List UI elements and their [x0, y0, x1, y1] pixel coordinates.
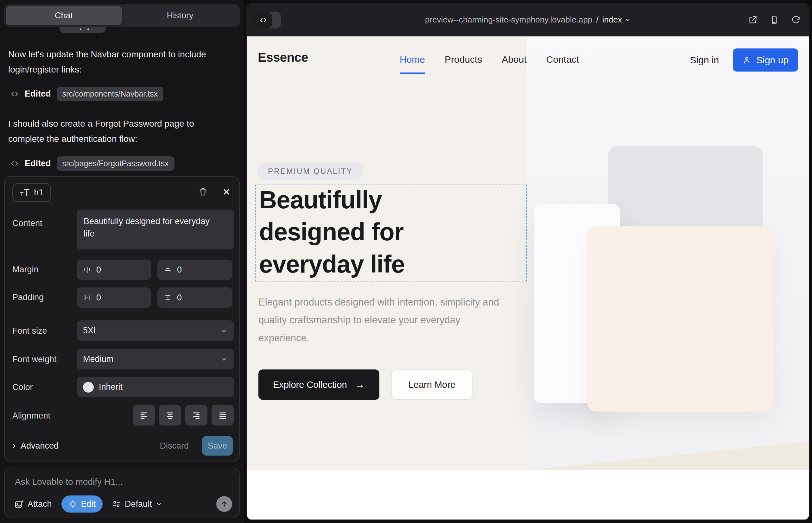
- hero-cta-row: Explore Collection → Learn More: [259, 369, 473, 400]
- padding-vertical-icon: [164, 293, 172, 302]
- edit-mode-button[interactable]: Edit: [61, 495, 103, 512]
- editor-footer: › Advanced Discard Save: [12, 436, 233, 455]
- color-select[interactable]: Inherit: [77, 377, 234, 397]
- align-center-icon: [165, 411, 175, 420]
- site-logo[interactable]: Essence: [258, 50, 308, 65]
- external-link-icon: [748, 15, 758, 25]
- sliders-icon: [112, 500, 121, 508]
- discard-button[interactable]: Discard: [158, 441, 191, 451]
- arrow-right-icon: →: [355, 379, 365, 390]
- nav-link-home[interactable]: Home: [400, 54, 425, 65]
- edited-file-row: Edited src/pages/ForgotPassword.tsx: [10, 157, 230, 170]
- mode-selector[interactable]: Default: [112, 499, 162, 509]
- align-left-icon: [139, 411, 148, 420]
- tab-history[interactable]: History: [122, 6, 238, 25]
- element-editor-panel: TT h1 ✕ Content Beautifully designed for…: [4, 176, 240, 462]
- font-weight-select[interactable]: Medium: [77, 349, 234, 369]
- sign-up-button[interactable]: Sign up: [733, 49, 798, 72]
- nav-link-about[interactable]: About: [502, 54, 526, 65]
- attach-image-icon: [14, 499, 24, 509]
- site-viewport: Essence Home Products About Contact Sign…: [247, 36, 809, 520]
- content-input[interactable]: Beautifully designed for everyday life: [77, 210, 234, 250]
- align-center-button[interactable]: [159, 405, 181, 426]
- element-tag-label: h1: [34, 188, 43, 198]
- align-right-button[interactable]: [185, 405, 208, 426]
- refresh-icon: [791, 15, 800, 25]
- align-left-button[interactable]: [133, 405, 155, 426]
- edited-label: Edited: [25, 159, 51, 168]
- page-selector[interactable]: index: [602, 15, 631, 25]
- send-button[interactable]: [216, 496, 232, 512]
- refresh-button[interactable]: [791, 15, 800, 25]
- site-auth-actions: Sign in Sign up: [690, 49, 798, 72]
- padding-field-label: Padding: [12, 292, 44, 302]
- file-path-badge[interactable]: src/pages/ForgotPassword.tsx: [57, 157, 175, 170]
- alignment-field-label: Alignment: [12, 411, 50, 421]
- chevron-right-icon: ›: [12, 440, 16, 450]
- url-separator: /: [596, 15, 599, 25]
- padding-vertical-input[interactable]: 0: [157, 287, 232, 308]
- preview-url-bar: preview--charming-site-symphony.lovable.…: [246, 3, 810, 36]
- preview-url: preview--charming-site-symphony.lovable.…: [425, 15, 592, 25]
- file-path-badge[interactable]: src/components/Navbar.tsx: [57, 87, 164, 101]
- code-brackets-icon: [259, 16, 267, 24]
- composer-toolbar: Attach Edit Default: [14, 495, 232, 512]
- section-below-hero: [247, 470, 809, 520]
- margin-horizontal-input[interactable]: 0: [77, 259, 151, 280]
- chevron-down-icon: [220, 356, 228, 363]
- typography-icon: TT: [20, 188, 30, 197]
- trash-icon: [198, 187, 208, 197]
- tab-chat[interactable]: Chat: [6, 6, 122, 25]
- sign-in-link[interactable]: Sign in: [690, 55, 719, 66]
- align-right-icon: [192, 411, 201, 420]
- color-swatch-transparent: [83, 382, 94, 393]
- font-size-field-label: Font size: [12, 326, 47, 336]
- smartphone-icon: [770, 15, 779, 25]
- font-size-select[interactable]: 5XL: [77, 320, 234, 341]
- color-field-label: Color: [12, 382, 33, 392]
- hero-decor-card-cream: [587, 227, 773, 412]
- chat-message: Now let's update the Navbar component to…: [8, 47, 224, 77]
- margin-vertical-input[interactable]: 0: [157, 259, 232, 280]
- preview-window: preview--charming-site-symphony.lovable.…: [246, 3, 810, 520]
- open-in-new-tab-button[interactable]: [748, 15, 758, 25]
- target-icon: [68, 500, 77, 508]
- content-field-label: Content: [12, 218, 42, 228]
- chevron-down-icon: [220, 327, 228, 335]
- close-editor-button[interactable]: ✕: [219, 185, 233, 199]
- chat-history-tabs: Chat History: [4, 4, 240, 26]
- code-preview-toggle[interactable]: [254, 12, 281, 29]
- mobile-view-button[interactable]: [770, 15, 779, 25]
- code-toggle-segment[interactable]: [254, 12, 272, 29]
- chat-message-list: Now let's update the Navbar component to…: [8, 38, 230, 186]
- selected-element-tag[interactable]: TT h1: [12, 183, 51, 202]
- explore-collection-button[interactable]: Explore Collection →: [259, 369, 379, 400]
- scrolled-message-peek: [59, 26, 106, 33]
- lovable-app: Chat History Now let's update the Navbar…: [0, 0, 812, 523]
- chat-message: I should also create a Forgot Password p…: [8, 116, 224, 147]
- edited-file-row: Edited src/components/Navbar.tsx: [10, 87, 230, 101]
- padding-horizontal-input[interactable]: 0: [77, 287, 151, 308]
- delete-element-button[interactable]: [196, 185, 210, 199]
- advanced-toggle[interactable]: › Advanced: [12, 441, 58, 451]
- learn-more-button[interactable]: Learn More: [391, 369, 473, 400]
- code-icon: [10, 90, 19, 98]
- code-icon: [10, 159, 19, 168]
- composer-input[interactable]: [14, 476, 218, 487]
- margin-vertical-icon: [164, 266, 172, 274]
- arrow-up-icon: [220, 500, 228, 508]
- font-weight-field-label: Font weight: [12, 355, 57, 364]
- site-nav-links: Home Products About Contact: [400, 54, 579, 65]
- attach-button[interactable]: Attach: [14, 499, 52, 509]
- nav-link-contact[interactable]: Contact: [546, 54, 579, 65]
- left-panel: Chat History Now let's update the Navbar…: [0, 0, 244, 523]
- hero-heading[interactable]: Beautifully designed for everyday life: [259, 184, 462, 280]
- advanced-label: Advanced: [21, 441, 58, 451]
- nav-link-products[interactable]: Products: [445, 54, 482, 65]
- margin-horizontal-icon: [83, 266, 91, 274]
- align-justify-button[interactable]: [212, 405, 234, 426]
- site-navbar: Essence Home Products About Contact Sign…: [247, 36, 809, 87]
- edited-label: Edited: [25, 89, 51, 99]
- margin-field-label: Margin: [12, 265, 39, 274]
- save-button[interactable]: Save: [202, 436, 233, 455]
